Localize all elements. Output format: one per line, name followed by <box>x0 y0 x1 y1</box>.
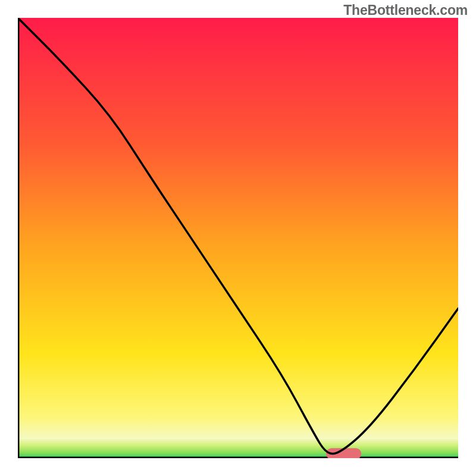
chart-container: TheBottleneck.com <box>0 0 476 476</box>
gradient-green-band <box>18 439 458 458</box>
gradient-upper <box>18 18 458 439</box>
watermark-label: TheBottleneck.com <box>343 2 468 18</box>
bottleneck-chart <box>18 18 458 458</box>
watermark-text: TheBottleneck.com <box>343 2 468 18</box>
plot-area <box>18 18 458 458</box>
